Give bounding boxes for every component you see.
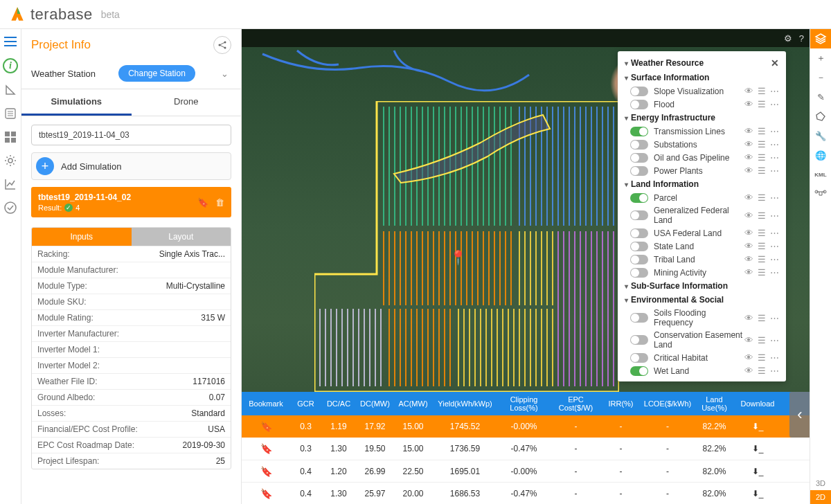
layer-group-header[interactable]: ▾Land Information <box>618 177 786 191</box>
simulation-search-input[interactable] <box>31 125 231 145</box>
th-yield[interactable]: Yield(kWh/kWp) <box>432 399 498 408</box>
layers-icon[interactable] <box>810 29 832 48</box>
more-icon[interactable]: ⋯ <box>770 139 779 150</box>
eye-icon[interactable]: 👁 <box>744 267 753 278</box>
check-icon[interactable] <box>3 201 17 215</box>
legend-icon[interactable]: ☰ <box>758 254 766 264</box>
th-dcmw[interactable]: DC(MW) <box>356 399 394 408</box>
more-icon[interactable]: ⋯ <box>770 366 779 376</box>
list-icon[interactable] <box>3 107 17 120</box>
info-icon[interactable]: i <box>3 58 18 73</box>
table-row[interactable]: 🔖 0.3 1.30 19.50 15.00 1736.59 -0.47% - … <box>242 438 810 460</box>
map-help-icon[interactable]: ? <box>799 33 804 44</box>
eye-icon[interactable]: 👁 <box>744 165 753 176</box>
legend-icon[interactable]: ☰ <box>758 313 766 323</box>
layer-toggle[interactable] <box>630 313 648 323</box>
download-icon[interactable]: ⬇_ <box>752 444 764 453</box>
layer-group-header[interactable]: ▾Surface Information <box>618 71 786 84</box>
layer-toggle[interactable] <box>630 127 648 136</box>
layer-toggle[interactable] <box>630 242 648 251</box>
triangle-icon[interactable] <box>3 83 17 97</box>
layer-toggle[interactable] <box>630 255 648 264</box>
tab-drone[interactable]: Drone <box>132 89 242 116</box>
layer-toggle[interactable] <box>630 353 648 363</box>
eye-icon[interactable]: 👁 <box>744 192 753 203</box>
share-button[interactable] <box>213 36 231 54</box>
bookmark-icon[interactable]: 🔖 <box>260 488 272 499</box>
more-icon[interactable]: ⋯ <box>770 86 779 96</box>
bookmark-icon[interactable]: 🔖 <box>197 197 208 208</box>
more-icon[interactable]: ⋯ <box>770 335 779 345</box>
legend-icon[interactable]: ☰ <box>758 241 766 251</box>
bookmark-icon[interactable]: 🔖 <box>260 466 272 477</box>
layer-group-header[interactable]: ▾Sub-Surface Information <box>618 279 786 293</box>
layer-toggle[interactable] <box>630 268 648 278</box>
drone-icon[interactable] <box>810 184 832 204</box>
eye-icon[interactable]: 👁 <box>744 228 753 238</box>
layer-group-header[interactable]: ▾Environmental & Social <box>618 293 786 307</box>
legend-icon[interactable]: ☰ <box>758 192 766 203</box>
legend-icon[interactable]: ☰ <box>758 152 766 163</box>
eye-icon[interactable]: 👁 <box>744 254 753 264</box>
layer-toggle[interactable] <box>630 335 648 345</box>
layer-toggle[interactable] <box>630 140 648 150</box>
th-acmw[interactable]: AC(MW) <box>394 399 432 408</box>
th-clip[interactable]: Clipping Loss(%) <box>498 395 550 412</box>
view-2d-button[interactable]: 2D <box>810 490 831 504</box>
legend-icon[interactable]: ☰ <box>758 352 766 363</box>
bookmark-icon[interactable]: 🔖 <box>260 443 272 454</box>
legend-icon[interactable]: ☰ <box>758 165 766 176</box>
table-row[interactable]: 🔖 0.4 1.30 25.97 20.00 1686.53 -0.47% - … <box>242 482 810 504</box>
map-gear-icon[interactable]: ⚙ <box>784 33 792 44</box>
chart-icon[interactable] <box>3 177 17 191</box>
eye-icon[interactable]: 👁 <box>744 241 753 251</box>
legend-icon[interactable]: ☰ <box>758 228 766 238</box>
more-icon[interactable]: ⋯ <box>770 165 779 176</box>
layer-toggle[interactable] <box>630 210 648 220</box>
expand-table-button[interactable]: ‹ <box>789 392 810 438</box>
legend-icon[interactable]: ☰ <box>758 267 766 278</box>
th-epc[interactable]: EPC Cost($/W) <box>550 395 602 412</box>
layer-toggle[interactable] <box>630 366 648 376</box>
eye-icon[interactable]: 👁 <box>744 152 753 163</box>
th-land[interactable]: Land Use(%) <box>695 395 733 412</box>
simulation-card[interactable]: tbtest19_2019-11-04_02 Result: ✓ 4 🔖 🗑 <box>31 187 231 217</box>
section-tab-layout[interactable]: Layout <box>132 228 231 246</box>
eye-icon[interactable]: 👁 <box>744 99 753 109</box>
more-icon[interactable]: ⋯ <box>770 313 779 323</box>
eye-icon[interactable]: 👁 <box>744 86 753 96</box>
add-simulation-button[interactable]: + Add Simulation <box>31 152 231 180</box>
th-download[interactable]: Download <box>733 399 782 408</box>
eye-icon[interactable]: 👁 <box>744 366 753 376</box>
kml-icon[interactable]: KML <box>810 165 832 184</box>
minus-tool-icon[interactable]: － <box>810 68 832 87</box>
grid-icon[interactable] <box>3 130 17 144</box>
legend-icon[interactable]: ☰ <box>758 86 766 96</box>
gear-icon[interactable] <box>3 154 17 168</box>
table-row[interactable]: 🔖 0.4 1.20 26.99 22.50 1695.01 -0.00% - … <box>242 460 810 482</box>
more-icon[interactable]: ⋯ <box>770 254 779 264</box>
more-icon[interactable]: ⋯ <box>770 152 779 163</box>
tab-simulations[interactable]: Simulations <box>21 89 132 116</box>
section-tab-inputs[interactable]: Inputs <box>32 228 132 246</box>
layer-group-header[interactable]: ▾Energy Infrastructure <box>618 111 786 125</box>
delete-icon[interactable]: 🗑 <box>215 197 224 208</box>
download-icon[interactable]: ⬇_ <box>752 489 764 498</box>
eye-icon[interactable]: 👁 <box>744 139 753 150</box>
more-icon[interactable]: ⋯ <box>770 352 779 363</box>
eye-icon[interactable]: 👁 <box>744 313 753 323</box>
more-icon[interactable]: ⋯ <box>770 126 779 136</box>
legend-icon[interactable]: ☰ <box>758 335 766 345</box>
wrench-icon[interactable]: 🔧 <box>810 126 832 145</box>
table-row[interactable]: 🔖 0.3 1.19 17.92 15.00 1745.52 -0.00% - … <box>242 415 810 438</box>
chevron-down-icon[interactable]: ⌄ <box>218 69 231 79</box>
th-lcoe[interactable]: LCOE($/kWh) <box>640 399 695 408</box>
layer-toggle[interactable] <box>630 166 648 176</box>
more-icon[interactable]: ⋯ <box>770 228 779 238</box>
plus-tool-icon[interactable]: ＋ <box>810 48 832 68</box>
map-pin-icon[interactable]: 📍 <box>449 249 467 266</box>
hamburger-icon[interactable] <box>3 35 17 48</box>
download-icon[interactable]: ⬇_ <box>752 467 764 476</box>
view-3d-button[interactable]: 3D <box>816 476 825 490</box>
close-icon[interactable]: ✕ <box>771 57 779 69</box>
